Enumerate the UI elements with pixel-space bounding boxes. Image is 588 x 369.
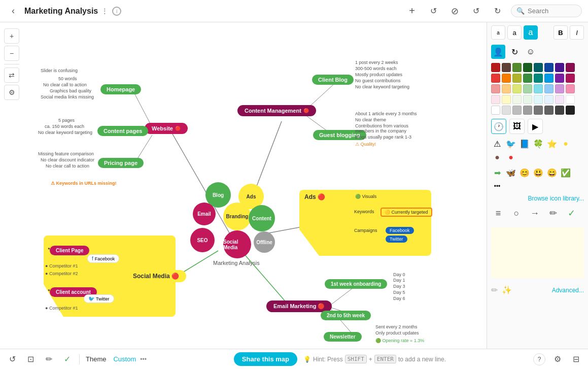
- check-emoji[interactable]: ✅: [560, 166, 572, 179]
- client-blog-node[interactable]: Client Blog: [312, 75, 354, 85]
- social-bubble[interactable]: Social Media: [223, 230, 251, 258]
- email-bubble[interactable]: Email: [193, 203, 216, 225]
- pencil-tool[interactable]: ✏: [546, 206, 560, 220]
- clover-emoji[interactable]: 🍀: [532, 138, 544, 150]
- footer-collapse-icon[interactable]: ⊟: [570, 353, 582, 365]
- undo-button[interactable]: ↺: [426, 4, 441, 19]
- twitter-emoji[interactable]: 🐦: [505, 138, 517, 150]
- facebook-emoji[interactable]: 📘: [518, 138, 531, 150]
- pan-tool-button[interactable]: ⇄: [4, 68, 19, 83]
- color-swatch[interactable]: [566, 63, 575, 72]
- color-swatch[interactable]: [491, 95, 500, 104]
- text-medium-btn[interactable]: a: [507, 25, 522, 40]
- theme-more-icon[interactable]: •••: [140, 356, 147, 363]
- homepage-node[interactable]: Homepage: [100, 84, 141, 94]
- color-swatch[interactable]: [512, 84, 522, 93]
- footer-settings-icon[interactable]: ⚙: [551, 353, 564, 365]
- butterfly-emoji[interactable]: 🦋: [505, 166, 517, 179]
- color-swatch-black[interactable]: [566, 106, 575, 115]
- color-swatch[interactable]: [555, 106, 564, 115]
- color-swatch[interactable]: [512, 95, 522, 104]
- clock-insert-btn[interactable]: 🕐: [491, 119, 506, 134]
- canvas[interactable]: + − ⇄ ⚙: [0, 22, 487, 349]
- color-swatch[interactable]: [555, 74, 564, 83]
- back-button[interactable]: ‹: [6, 4, 20, 18]
- pricing-node[interactable]: Pricing page: [98, 158, 144, 168]
- color-swatch[interactable]: [491, 84, 500, 93]
- twitter-badge[interactable]: Twitter: [386, 236, 407, 243]
- color-swatch-white[interactable]: [566, 95, 575, 104]
- color-swatch[interactable]: [534, 106, 543, 115]
- color-swatch[interactable]: [555, 95, 564, 104]
- search-input[interactable]: [528, 7, 576, 15]
- color-swatch[interactable]: [555, 84, 564, 93]
- content-bubble[interactable]: Content: [249, 205, 275, 231]
- redo-back-button[interactable]: ↺: [468, 4, 483, 19]
- circle-icon-btn[interactable]: ☺: [524, 45, 538, 59]
- color-swatch[interactable]: [534, 84, 543, 93]
- circle-tool[interactable]: ○: [509, 206, 524, 220]
- star-emoji[interactable]: ⭐: [546, 138, 558, 150]
- footer-screen-icon[interactable]: ⊡: [24, 353, 37, 365]
- green-arrow-emoji[interactable]: ➡: [491, 166, 503, 179]
- footer-undo-icon[interactable]: ↺: [6, 353, 18, 365]
- block-button[interactable]: ⊘: [447, 4, 462, 19]
- seo-bubble[interactable]: SEO: [190, 228, 215, 252]
- color-swatch[interactable]: [523, 106, 532, 115]
- color-swatch[interactable]: [555, 63, 564, 72]
- arrow-icon-btn[interactable]: ↻: [507, 45, 522, 59]
- content-management-node[interactable]: Content Management 🔴: [237, 105, 316, 116]
- color-swatch[interactable]: [523, 63, 532, 72]
- note-area[interactable]: [491, 227, 584, 278]
- color-swatch[interactable]: [502, 106, 511, 115]
- lines-tool[interactable]: ≡: [491, 206, 505, 220]
- settings-tool-button[interactable]: ⚙: [4, 85, 19, 100]
- text-small-btn[interactable]: a: [491, 25, 505, 40]
- newsletter-node[interactable]: Newsletter: [324, 332, 362, 342]
- offline-bubble[interactable]: Offline: [254, 231, 275, 253]
- more-emoji[interactable]: •••: [491, 180, 503, 192]
- footer-help-icon[interactable]: ?: [533, 353, 545, 365]
- color-swatch[interactable]: [502, 84, 511, 93]
- twitter-social-badge[interactable]: 🐦 Twitter: [84, 294, 114, 303]
- color-swatch[interactable]: [566, 84, 575, 93]
- advanced-link[interactable]: Advanced...: [552, 287, 584, 294]
- video-insert-btn[interactable]: ▶: [528, 119, 543, 134]
- bold-btn[interactable]: B: [554, 25, 568, 40]
- theme-value[interactable]: Custom: [113, 355, 136, 363]
- color-swatch[interactable]: [544, 84, 554, 93]
- footer-pencil-icon[interactable]: ✏: [43, 353, 55, 365]
- color-swatch[interactable]: [512, 106, 522, 115]
- color-swatch[interactable]: [534, 74, 543, 83]
- ads-title[interactable]: Ads 🔴: [304, 193, 325, 200]
- color-swatch[interactable]: [534, 63, 543, 72]
- color-swatch[interactable]: [523, 95, 532, 104]
- smile1-emoji[interactable]: 😊: [518, 166, 531, 179]
- color-swatch[interactable]: [544, 106, 554, 115]
- first-week-node[interactable]: 1st week onboarding: [325, 279, 387, 289]
- color-swatch[interactable]: [534, 95, 543, 104]
- color-swatch[interactable]: [544, 95, 554, 104]
- image-insert-btn[interactable]: 🖼: [509, 119, 525, 134]
- social-media-node[interactable]: Social Media 🔴: [126, 270, 186, 282]
- website-node[interactable]: Website 🔴: [145, 123, 188, 134]
- color-swatch-white2[interactable]: [491, 106, 500, 115]
- zoom-in-button[interactable]: +: [4, 28, 19, 44]
- color-swatch[interactable]: [491, 63, 500, 72]
- person-icon-btn[interactable]: 👤: [491, 45, 505, 59]
- color-swatch[interactable]: [523, 74, 532, 83]
- info-icon[interactable]: i: [112, 7, 121, 16]
- text-large-btn[interactable]: a: [524, 25, 538, 40]
- color-swatch[interactable]: [502, 74, 511, 83]
- share-map-button[interactable]: Share this map: [234, 352, 297, 366]
- color-swatch[interactable]: [512, 63, 522, 72]
- smile2-emoji[interactable]: 😃: [532, 166, 544, 179]
- warning-emoji[interactable]: ⚠: [491, 138, 503, 150]
- color-swatch[interactable]: [502, 63, 511, 72]
- color-swatch[interactable]: [566, 74, 575, 83]
- client-page-node[interactable]: Client Page: [50, 246, 89, 255]
- facebook-social-badge[interactable]: f Facebook: [87, 254, 119, 263]
- magic-wand-icon[interactable]: ✨: [502, 285, 512, 295]
- footer-check-icon[interactable]: ✓: [61, 353, 73, 365]
- add-button[interactable]: +: [404, 4, 420, 19]
